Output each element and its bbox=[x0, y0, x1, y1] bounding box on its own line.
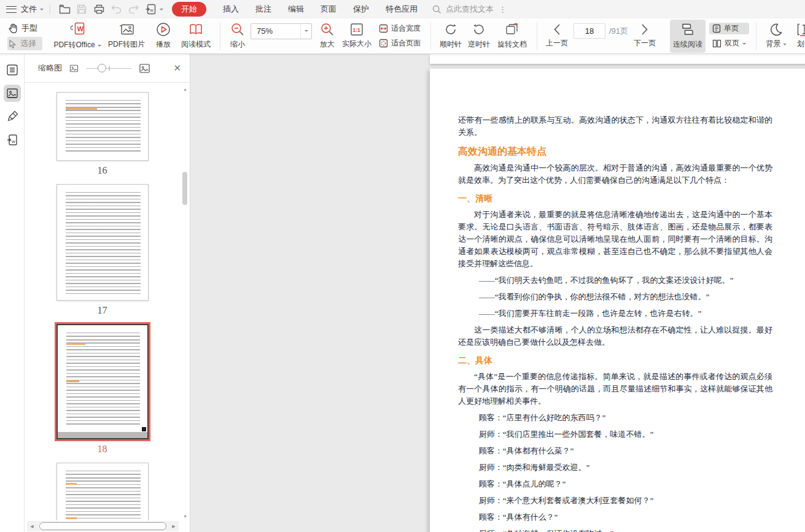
print-button[interactable] bbox=[91, 2, 107, 16]
thumbnail-item: 18 bbox=[56, 324, 149, 463]
scroll-right-icon[interactable]: ▶ bbox=[169, 524, 179, 529]
zoom-in-label: 放大 bbox=[320, 39, 335, 50]
single-page-button[interactable]: 单页 bbox=[709, 23, 749, 34]
scroll-down-icon[interactable]: ▼ bbox=[181, 514, 189, 519]
read-mode-label: 阅读模式 bbox=[181, 39, 211, 50]
thumbnail-item: 17 bbox=[56, 184, 149, 324]
pdf-to-office-button[interactable]: W PDF转Office bbox=[51, 20, 104, 53]
zoom-out-label: 缩小 bbox=[230, 39, 245, 50]
word-select-button[interactable]: 划词 bbox=[790, 20, 805, 53]
read-mode-button[interactable]: 阅读模式 bbox=[177, 20, 214, 53]
play-icon bbox=[156, 22, 171, 37]
pdf-to-office-icon: W bbox=[68, 21, 87, 37]
tab-插入[interactable]: 插入 bbox=[223, 4, 239, 15]
thumbnail-page-17[interactable] bbox=[56, 184, 149, 301]
previous-page-button[interactable]: 上一页 bbox=[543, 20, 571, 53]
menu-bar: 文件 w 开始插入批注编辑页面保护特色应用 点此查找文本 ⋮ bbox=[0, 0, 805, 18]
thumbnail-page-18[interactable] bbox=[56, 324, 149, 439]
thumbnail-page-16[interactable] bbox=[56, 92, 149, 161]
tab-批注[interactable]: 批注 bbox=[255, 4, 271, 15]
rotate-document-button[interactable]: 旋转文档 bbox=[493, 20, 531, 53]
divider bbox=[220, 23, 220, 50]
select-tool-label: 选择 bbox=[20, 38, 36, 49]
thumbnail-content-preview bbox=[66, 192, 141, 294]
tab-特色应用[interactable]: 特色应用 bbox=[386, 4, 418, 15]
zoom-out-button[interactable]: 缩小 bbox=[226, 20, 249, 53]
doc-block-quote: ——“我们明天去钓鱼吧，不过我的鱼钩坏了，我的文案还没设计好呢。” bbox=[458, 274, 772, 287]
play-label: 播放 bbox=[156, 39, 171, 50]
thumbnail-size-slider[interactable] bbox=[86, 64, 131, 72]
double-page-button[interactable]: 双页 bbox=[709, 37, 749, 49]
chevron-down-icon[interactable] bbox=[160, 9, 163, 12]
tab-页面[interactable]: 页面 bbox=[321, 4, 336, 15]
export-panel-button[interactable]: w bbox=[4, 131, 21, 148]
small-thumbnail-icon[interactable] bbox=[69, 64, 79, 73]
actual-size-button[interactable]: 1:1 实际大小 bbox=[339, 20, 375, 53]
open-file-button[interactable] bbox=[56, 2, 72, 16]
pdf-to-image-button[interactable]: PDF转图片 bbox=[104, 20, 149, 53]
doc-block-body: 这一类描述大都不够清晰，个人的立场和想法都存在不确定性，让人难以捉摸。最好还是应… bbox=[458, 324, 772, 349]
fit-page-button[interactable]: 适合页面 bbox=[376, 37, 424, 49]
export-word-button[interactable]: w bbox=[142, 2, 158, 16]
thumbnail-content-preview bbox=[66, 100, 141, 154]
page-number-input[interactable] bbox=[574, 23, 605, 39]
scroll-up-icon[interactable]: ▲ bbox=[181, 87, 189, 91]
chevron-down-icon bbox=[742, 43, 746, 47]
doc-block-body: 高效沟通是沟通中一个较高的层次。相对于普通的沟通，高效沟通最重要的一个优势就是效… bbox=[458, 162, 772, 187]
rotate-counterclockwise-button[interactable]: 逆时针 bbox=[465, 20, 493, 53]
previous-page-fragment bbox=[430, 54, 805, 64]
divider bbox=[537, 23, 537, 50]
thumbnail-horizontal-scrollbar[interactable]: ◀ ▶ bbox=[27, 521, 179, 531]
doc-block-dialog: 厨师：“来个意大利套餐或者澳大利亚套餐如何？” bbox=[458, 495, 772, 507]
horizontal-scroll-thumb[interactable] bbox=[39, 522, 166, 530]
slider-knob[interactable] bbox=[98, 64, 106, 72]
document-canvas[interactable]: 还带有一些感情上的联系与互动。高效沟通的状态下，沟通双方往往有着比较稳定和谐的关… bbox=[190, 54, 805, 532]
thumbnail-item bbox=[56, 463, 149, 520]
hand-tool-button[interactable]: 手型 bbox=[7, 21, 42, 35]
svg-text:1:1: 1:1 bbox=[353, 27, 361, 33]
zoom-level-select[interactable]: 75% bbox=[251, 23, 312, 39]
next-page-button[interactable]: 下一页 bbox=[631, 20, 659, 53]
panel-title: 缩略图 bbox=[38, 63, 62, 74]
file-menu-button[interactable]: 文件 bbox=[21, 4, 44, 15]
vertical-scroll-thumb[interactable] bbox=[182, 172, 187, 205]
tool-mode-group: 手型 选择 bbox=[7, 21, 42, 50]
fit-width-button[interactable]: 适合宽度 bbox=[376, 23, 424, 34]
close-panel-icon[interactable]: ✕ bbox=[173, 63, 181, 74]
outline-panel-button[interactable] bbox=[4, 61, 21, 79]
more-options-icon[interactable]: ⋮ bbox=[499, 5, 507, 14]
scroll-left-icon[interactable]: ◀ bbox=[27, 524, 37, 529]
thumbnail-viewport-shade bbox=[58, 432, 147, 438]
thumbnail-panel-button[interactable] bbox=[4, 85, 21, 102]
background-button[interactable]: 背景 bbox=[762, 20, 790, 53]
pen-icon bbox=[6, 110, 18, 123]
undo-button[interactable] bbox=[108, 2, 124, 16]
select-tool-button[interactable]: 选择 bbox=[7, 37, 42, 50]
pdf-reader-window: 文件 w 开始插入批注编辑页面保护特色应用 点此查找文本 ⋮ bbox=[0, 0, 805, 532]
hand-tool-label: 手型 bbox=[21, 23, 37, 34]
chevron-down-icon[interactable] bbox=[300, 24, 311, 39]
thumbnail-vertical-scrollbar[interactable]: ▲ ▼ bbox=[181, 86, 189, 519]
main-menu-icon[interactable] bbox=[6, 6, 17, 13]
save-button[interactable] bbox=[74, 2, 90, 16]
thumbnail-page-19[interactable] bbox=[56, 463, 149, 520]
search-box[interactable]: 点此查找文本 bbox=[432, 4, 494, 15]
tab-开始[interactable]: 开始 bbox=[172, 2, 206, 17]
tab-保护[interactable]: 保护 bbox=[353, 4, 369, 15]
background-label: 背景 bbox=[766, 39, 781, 49]
play-button[interactable]: 播放 bbox=[149, 20, 177, 53]
continuous-reading-button[interactable]: 连续阅读 bbox=[670, 20, 706, 53]
doc-block-body: “具体”是一个重要的信息传递指标。简单来说，就是描述的事件或者传达的观点必须有一… bbox=[458, 371, 772, 407]
rotate-clockwise-button[interactable]: 顺时针 bbox=[437, 20, 465, 53]
large-thumbnail-icon[interactable] bbox=[139, 63, 150, 74]
redo-button[interactable] bbox=[125, 2, 141, 16]
tab-编辑[interactable]: 编辑 bbox=[288, 4, 304, 15]
zoom-in-button[interactable]: 放大 bbox=[316, 20, 339, 53]
rotate-document-label: 旋转文档 bbox=[497, 39, 527, 50]
doc-block-dialog: 厨师：“肉类和海鲜最受欢迎。” bbox=[458, 461, 772, 474]
continuous-reading-label: 连续阅读 bbox=[673, 39, 702, 50]
pdf-to-office-label: PDF转Office bbox=[53, 40, 95, 50]
annotation-panel-button[interactable] bbox=[4, 108, 21, 125]
previous-page-label: 上一页 bbox=[546, 38, 568, 48]
doc-block-dialog: 顾客：“具体点儿的呢？” bbox=[458, 478, 772, 490]
